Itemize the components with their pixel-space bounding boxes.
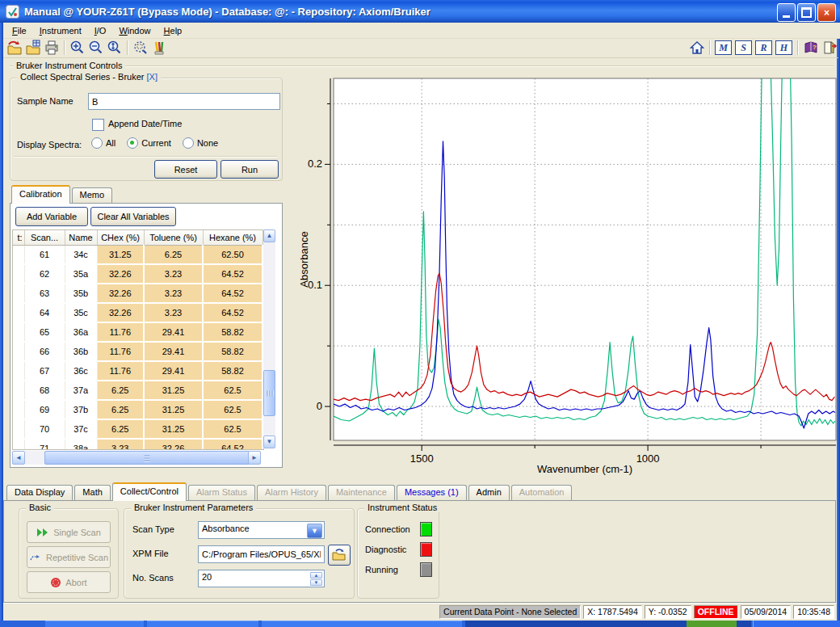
radio-current[interactable]: Current xyxy=(127,137,171,149)
taskbar-button[interactable] xyxy=(262,621,462,627)
tab-memo[interactable]: Memo xyxy=(72,187,113,203)
menu-item-help[interactable]: Help xyxy=(158,24,188,37)
radio-circle-icon xyxy=(91,137,103,149)
table-row[interactable]: 6134c31.256.2562.50 xyxy=(13,246,262,265)
bottom-tab-admin[interactable]: Admin xyxy=(468,485,510,500)
radio-all[interactable]: All xyxy=(91,137,116,149)
column-header-toluene[interactable]: Toluene (%) xyxy=(144,230,203,246)
run-button[interactable]: Run xyxy=(220,160,279,179)
table-horizontal-scrollbar[interactable]: ◄ ► xyxy=(12,451,261,465)
table-row[interactable]: 6837a6.2531.2562.5 xyxy=(13,381,262,400)
print-icon[interactable] xyxy=(42,39,61,57)
button-single-scan[interactable]: Single Scan xyxy=(27,521,111,543)
column-header-scan[interactable]: Scan... xyxy=(24,230,65,246)
zoom-region-icon[interactable] xyxy=(131,39,149,57)
bottom-tab-automation: Automation xyxy=(511,485,573,500)
home-icon[interactable] xyxy=(687,39,706,57)
tab-calibration[interactable]: Calibration xyxy=(11,185,70,204)
zoom-height-icon[interactable] xyxy=(105,39,124,57)
close-button[interactable]: × xyxy=(817,3,836,22)
table-row[interactable]: 7037c6.2531.2562.5 xyxy=(13,419,262,439)
table-row[interactable]: 6937b6.2531.2562.5 xyxy=(13,400,262,419)
spectra-chart[interactable]: 1500100000.10.2Wavenumber (cm-1)Absorban… xyxy=(295,71,840,477)
spin-up-icon[interactable]: ▲ xyxy=(310,572,322,579)
table-row[interactable]: 6235a32.263.2364.52 xyxy=(13,264,262,284)
save-to-database-icon[interactable] xyxy=(23,39,42,57)
scroll-right-icon[interactable]: ► xyxy=(248,451,261,465)
table-row[interactable]: 6636b11.7629.4158.82 xyxy=(13,342,262,361)
table-vertical-scrollbar[interactable]: ▲ ▼ xyxy=(263,229,275,448)
windows-taskbar[interactable] xyxy=(0,621,840,627)
toolbar-letter-button-h[interactable]: H xyxy=(775,40,792,55)
toolbar-letter-button-m[interactable]: M xyxy=(715,40,732,55)
radio-none[interactable]: None xyxy=(183,137,218,149)
cell xyxy=(13,419,24,439)
taskbar-button[interactable] xyxy=(147,621,258,627)
calibration-table[interactable]: t:Scan...NameCHex (%)Toluene (%)Hexane (… xyxy=(13,230,263,450)
taskbar-button[interactable] xyxy=(45,621,144,627)
taskbar-button-highlight[interactable] xyxy=(687,621,737,627)
table-row[interactable]: 6335b32.263.2364.52 xyxy=(13,284,262,303)
y-tick-label: 0.2 xyxy=(308,158,322,170)
scroll-down-icon[interactable]: ▼ xyxy=(263,436,275,448)
minimize-button[interactable] xyxy=(777,3,796,22)
column-header-t[interactable]: t: xyxy=(13,230,24,246)
toolbar-letter-button-r[interactable]: R xyxy=(755,40,772,55)
statusbar-field: Y: -0.0352 xyxy=(645,605,691,619)
add-variable-button[interactable]: Add Variable xyxy=(15,207,88,226)
horizontal-scroll-thumb[interactable] xyxy=(44,451,250,465)
button-abort[interactable]: Abort xyxy=(27,571,111,593)
bottom-tab-messages-1-[interactable]: Messages (1) xyxy=(397,485,467,500)
cell: 35a xyxy=(65,264,97,284)
x-axis-title: Wavenumber (cm-1) xyxy=(537,463,632,475)
bottom-tab-data-display[interactable]: Data Display xyxy=(6,485,73,500)
menu-item-file[interactable]: File xyxy=(6,24,32,37)
no-scans-stepper[interactable]: 20 ▲▼ xyxy=(198,570,325,587)
toolbar-letter-button-s[interactable]: S xyxy=(735,40,752,55)
browse-xpm-button[interactable] xyxy=(328,545,351,566)
color-picker-icon[interactable] xyxy=(149,39,168,57)
button-repetitive-scan[interactable]: Repetitive Scan xyxy=(27,546,111,568)
clear-all-variables-button[interactable]: Clear All Variables xyxy=(90,207,176,226)
vertical-scroll-thumb[interactable] xyxy=(263,370,275,416)
zoom-in-icon[interactable] xyxy=(68,39,86,57)
scan-type-combobox[interactable]: Absorbance ▼ xyxy=(198,521,325,539)
maximize-button[interactable] xyxy=(797,3,816,22)
column-header-name[interactable]: Name xyxy=(65,230,97,246)
xpm-file-input[interactable] xyxy=(198,545,325,563)
reset-button[interactable]: Reset xyxy=(154,160,217,179)
statusbar-field: 05/09/2014 xyxy=(741,605,792,619)
append-datetime-checkbox[interactable] xyxy=(92,119,104,131)
table-row[interactable]: 7138a3.2332.2664.52 xyxy=(13,439,262,450)
app-icon xyxy=(6,5,19,19)
help-book-icon[interactable]: ? xyxy=(801,39,820,57)
taskbar-tray[interactable] xyxy=(753,621,840,627)
table-row[interactable]: 6435c32.263.2364.52 xyxy=(13,303,262,322)
table-row[interactable]: 6536a11.7629.4158.82 xyxy=(13,322,262,342)
collect-close-x[interactable]: [X] xyxy=(147,72,158,82)
cell xyxy=(13,322,24,342)
bottom-tab-collect-control[interactable]: Collect/Control xyxy=(112,482,187,501)
spin-down-icon[interactable]: ▼ xyxy=(310,579,322,586)
exit-icon[interactable] xyxy=(820,39,838,57)
recall-file-icon[interactable] xyxy=(5,39,23,57)
menu-item-instrument[interactable]: Instrument xyxy=(34,24,87,37)
zoom-out-icon[interactable] xyxy=(86,39,105,57)
open-folder-icon xyxy=(332,549,346,562)
menu-item-window[interactable]: Window xyxy=(113,24,156,37)
scroll-left-icon[interactable]: ◄ xyxy=(12,451,25,465)
column-header-hexane[interactable]: Hexane (%) xyxy=(203,230,262,246)
cell: 64.52 xyxy=(203,284,262,303)
chevron-down-icon[interactable]: ▼ xyxy=(307,524,322,538)
menu-item-io[interactable]: I/O xyxy=(89,24,112,37)
cell: 62.5 xyxy=(203,400,262,419)
table-row[interactable]: 6736c11.7629.4158.82 xyxy=(13,361,262,381)
column-header-chex[interactable]: CHex (%) xyxy=(97,230,144,246)
title-bar[interactable]: Manual @ YOUR-Z61T (Bypass Mode) - Datab… xyxy=(0,0,840,23)
statusbar-field: 10:35:48 xyxy=(793,605,834,619)
sample-name-input[interactable] xyxy=(88,93,280,110)
scroll-up-icon[interactable]: ▲ xyxy=(263,229,275,242)
parameters-group-title: Bruker Instrument Parameters xyxy=(131,503,256,512)
bottom-tab-math[interactable]: Math xyxy=(74,485,110,500)
bottom-tabstrip: Data DisplayMathCollect/ControlAlarm Sta… xyxy=(6,482,573,500)
